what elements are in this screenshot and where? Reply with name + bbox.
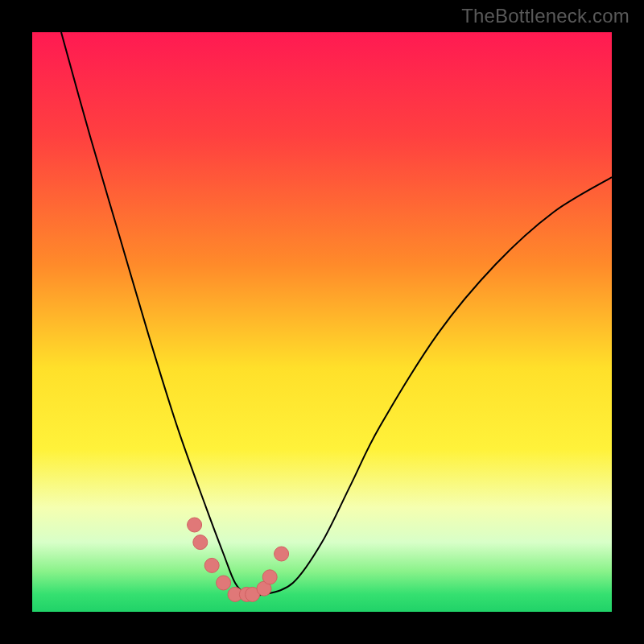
curve-marker: [262, 570, 277, 584]
watermark-text: TheBottleneck.com: [461, 5, 630, 27]
curve-marker: [193, 535, 208, 550]
curve-path: [61, 32, 612, 596]
chart-frame: TheBottleneck.com: [0, 0, 644, 644]
curve-marker: [188, 518, 202, 532]
curve-marker: [204, 558, 219, 572]
bottleneck-curve: [32, 32, 612, 612]
marker-group: [188, 518, 289, 601]
curve-marker: [217, 576, 231, 590]
plot-area: [32, 32, 612, 612]
curve-marker: [275, 547, 289, 561]
